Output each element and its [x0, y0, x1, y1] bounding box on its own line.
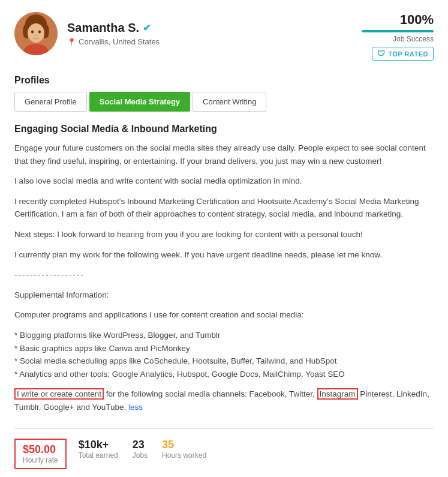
content-heading: Engaging Social Media & Inbound Marketin… [14, 124, 434, 134]
avatar [14, 12, 58, 55]
main-content: Engaging Social Media & Inbound Marketin… [14, 124, 434, 414]
tab-social-media-strategy[interactable]: Social Media Strategy [89, 92, 190, 112]
content-supplemental-title: Supplemental Information: [14, 289, 434, 302]
top-rated-badge: 🛡 TOP RATED [372, 47, 434, 61]
stat-total-earned-label: Total earned [79, 451, 118, 460]
content-para-1: Engage your future customers on the soci… [14, 142, 434, 167]
job-success-bar [362, 30, 434, 32]
profile-location: 📍 Corvallis, United States [67, 37, 160, 46]
stats-row: $50.00 Hourly rate $10k+ Total earned 23… [14, 428, 434, 469]
tab-content-writing[interactable]: Content Writing [193, 92, 266, 112]
stat-hours-worked-label: Hours worked [162, 451, 206, 460]
stat-hours-worked-value: 35 [162, 439, 206, 451]
svg-point-4 [28, 23, 44, 43]
stat-jobs-value: 23 [133, 439, 148, 451]
stat-hourly-rate-value: $50.00 [23, 443, 58, 456]
stat-total-earned: $10k+ Total earned [79, 439, 118, 469]
content-para-3: I recently completed Hubspot's Inbound M… [14, 195, 434, 221]
content-divider: ------------------ [14, 268, 434, 281]
profile-header: Samantha S. ✔ 📍 Corvallis, United States… [14, 12, 434, 61]
content-para-2: I also love social media and write conte… [14, 175, 434, 188]
location-pin-icon: 📍 [67, 38, 76, 46]
highlighted-instagram: Instagram [317, 388, 358, 400]
stat-total-earned-value: $10k+ [79, 439, 118, 451]
content-para-5: I currently plan my work for the followi… [14, 248, 434, 262]
content-last-line: I write or create content for the follow… [14, 388, 434, 413]
svg-point-6 [38, 31, 41, 34]
profile-tabs: General Profile Social Media Strategy Co… [14, 92, 434, 112]
location-text: Corvallis, United States [79, 37, 160, 46]
svg-point-7 [35, 35, 37, 36]
stat-jobs-label: Jobs [133, 451, 148, 460]
stat-hourly-rate: $50.00 Hourly rate [14, 439, 67, 469]
profiles-section-title: Profiles [14, 75, 434, 86]
content-body: Engage your future customers on the soci… [14, 142, 434, 414]
highlighted-write-content: I write or create content [14, 388, 104, 400]
shield-icon: 🛡 [377, 49, 386, 58]
svg-point-5 [31, 31, 34, 34]
less-link[interactable]: less [128, 403, 143, 412]
content-para-4: Next steps: I look forward to hearing fr… [14, 228, 434, 241]
stat-hourly-rate-label: Hourly rate [23, 456, 58, 464]
job-success-percent: 100% [362, 12, 434, 28]
verified-icon: ✔ [143, 22, 151, 34]
content-channels-text: for the following social media channels:… [104, 389, 315, 398]
stat-hours-worked: 35 Hours worked [162, 439, 206, 469]
profile-stats-right: 100% Job Success 🛡 TOP RATED [362, 12, 434, 61]
profile-header-left: Samantha S. ✔ 📍 Corvallis, United States [14, 12, 160, 55]
job-success-label: Job Success [362, 35, 434, 43]
top-rated-label: TOP RATED [388, 50, 428, 58]
stat-jobs: 23 Jobs [133, 439, 148, 469]
tab-general-profile[interactable]: General Profile [14, 92, 87, 112]
profile-name: Samantha S. ✔ [67, 21, 160, 35]
name-text: Samantha S. [67, 21, 139, 35]
job-success-fill [362, 30, 434, 32]
content-computer-intro: Computer programs and applications I use… [14, 308, 434, 322]
profiles-section: Profiles General Profile Social Media St… [14, 75, 434, 112]
content-tools-list: * Blogging platforms like WordPress, Blo… [14, 329, 434, 380]
profile-info: Samantha S. ✔ 📍 Corvallis, United States [67, 21, 160, 46]
